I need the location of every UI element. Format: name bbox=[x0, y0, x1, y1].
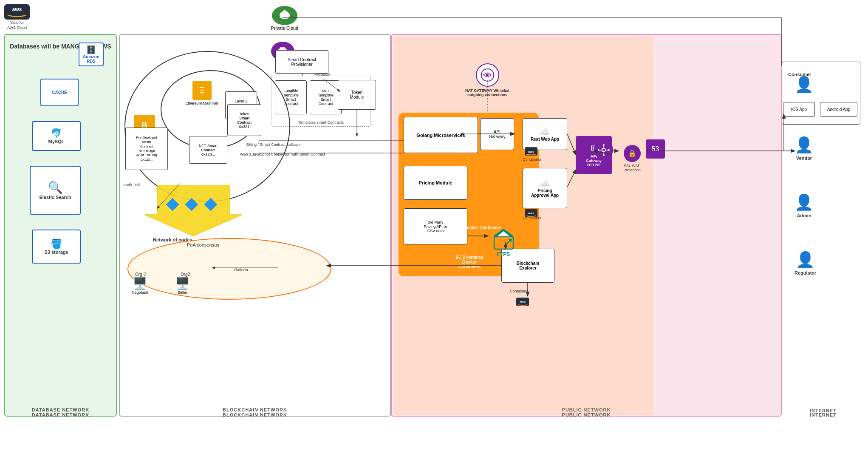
golang-microservices-box: Golang Microservices bbox=[404, 117, 478, 153]
ethereum-label: Ethereum Main Net bbox=[185, 101, 219, 105]
provision-label: Provision bbox=[314, 72, 330, 77]
ssl-waf-box: 🔒 SSL WAF Protection bbox=[618, 140, 646, 176]
s3-label: S3 storage bbox=[44, 250, 68, 255]
db-zone-footer: DATABASE NETWORK bbox=[4, 412, 117, 417]
svg-point-23 bbox=[603, 154, 605, 156]
billing-callback-label: Billing / Smart Contract callback bbox=[246, 142, 300, 147]
vendor-label: Vendor bbox=[796, 156, 812, 161]
svg-point-22 bbox=[603, 144, 605, 146]
nat-gateway-label: NAT GATEWAY Whitelist outgoing connectio… bbox=[460, 88, 515, 97]
nft-sc-box: NFT Smart Contract 0x123... bbox=[189, 136, 227, 164]
seller-label: Seller bbox=[175, 290, 190, 295]
pre-deployed-sc-box: Pre-Deployed Smart Contract To manage Au… bbox=[125, 128, 168, 170]
svg-rect-12 bbox=[494, 236, 513, 249]
network-nodes-shape bbox=[144, 185, 242, 236]
containers-label-3: Containers bbox=[510, 289, 529, 293]
react-web-app-box: ☁️ Reat Web App bbox=[523, 118, 567, 150]
svg-point-17 bbox=[602, 148, 605, 152]
cache-box: CACHE bbox=[40, 79, 79, 106]
aws-valid-text: Valid for AWS Cloud bbox=[7, 20, 27, 30]
s3-box: 🪣 S3 storage bbox=[32, 230, 81, 264]
smart-contract-provisioner-box: Smart Contract Provisioner bbox=[275, 50, 328, 74]
regulator-section: 👤 Regulator bbox=[794, 251, 816, 276]
ftps-icon: FTPS bbox=[486, 225, 520, 259]
token-sc-box: Token Smart Contract 0x321 bbox=[227, 104, 261, 136]
ssl-label: SSL WAF Protection bbox=[618, 164, 646, 172]
ethereum-node: Ξ Ethereum Main Net bbox=[185, 81, 219, 105]
database-zone-label: DATABASE NETWORK bbox=[32, 407, 89, 412]
admin-label: Admin bbox=[797, 213, 811, 218]
route53-icon: 53 bbox=[646, 139, 665, 159]
api-gateway-box: API Gateway bbox=[480, 118, 514, 150]
nat-gateway: NAT GATEWAY Whitelist outgoing connectio… bbox=[460, 63, 515, 97]
platform-label: Platform bbox=[234, 268, 248, 272]
mysql-label: MySQL bbox=[48, 139, 65, 144]
svg-text:aws: aws bbox=[520, 300, 526, 304]
ftps-label: FTPS bbox=[497, 251, 510, 257]
consumer-outer-box bbox=[782, 62, 860, 125]
elastic-label: Elastic Search bbox=[39, 195, 71, 200]
blockchain-zone-label: BLOCKCHAIN NETWORK bbox=[223, 407, 287, 412]
negotiant-node: 🖥️ Negotiant bbox=[132, 276, 148, 295]
svg-rect-3 bbox=[282, 10, 287, 15]
pricing-module-box: Pricing Module bbox=[404, 166, 467, 200]
svg-text:aws: aws bbox=[528, 211, 534, 215]
seller-node: 🖥️ Seller bbox=[175, 276, 190, 295]
svg-text:aws: aws bbox=[12, 6, 22, 12]
hub-icon bbox=[594, 140, 613, 159]
token-module-box: Token Module bbox=[338, 80, 376, 110]
regulator-label: Regulator bbox=[794, 270, 816, 275]
web3-label: Web 3 JavaScript Connection with Smart C… bbox=[240, 152, 325, 156]
private-cloud-label: Private Cloud bbox=[271, 26, 298, 31]
aws-logo: aws Valid for AWS Cloud bbox=[4, 4, 30, 30]
third-party-box: 3rd Party Pricing API or CSV data bbox=[404, 208, 467, 244]
audit-trail-label: Audit Trail bbox=[123, 183, 140, 187]
svg-point-24 bbox=[598, 149, 599, 151]
svg-marker-6 bbox=[144, 185, 242, 236]
blockchain-zone-footer: BLOCKCHAIN NETWORK bbox=[119, 412, 391, 417]
svg-point-27 bbox=[486, 74, 489, 76]
svg-text:aws: aws bbox=[528, 150, 534, 153]
private-cloud: Private Cloud bbox=[266, 2, 304, 34]
containers-label-1: Containers bbox=[523, 157, 541, 162]
aws-icon-react: aws bbox=[525, 147, 537, 158]
poa-oval bbox=[127, 238, 331, 300]
mysql-box: 🐬 MySQL bbox=[32, 121, 81, 151]
aws-icon-pricing: aws bbox=[525, 208, 537, 219]
cache-label: CACHE bbox=[52, 90, 67, 95]
admin-section: 👤 Admin bbox=[794, 193, 814, 219]
negotiant-label: Negotiant bbox=[132, 290, 148, 295]
poa-label: PoA consensus bbox=[187, 242, 219, 247]
public-zone-footer: PUBLIC NETWORK bbox=[391, 412, 782, 417]
svg-point-25 bbox=[608, 149, 610, 151]
pricing-approval-box: ☁️ Pricing Approval App bbox=[523, 168, 567, 208]
container-aws-3: aws bbox=[503, 295, 542, 308]
elastic-search-box: 🔍 Elastic Search bbox=[30, 166, 81, 215]
main-diagram: { "aws": { "logo_text": "aws", "valid_te… bbox=[0, 0, 868, 454]
vendor-section: 👤 Vendor bbox=[794, 136, 814, 162]
templates-label: Templates smart Contracts bbox=[298, 120, 344, 125]
internet-zone-footer: INTERNET bbox=[784, 412, 862, 417]
nft-template-box: NFT Template Smart Contract bbox=[310, 80, 342, 114]
amazon-rds-badge: 🗄️ Amazon RDS bbox=[79, 43, 104, 66]
